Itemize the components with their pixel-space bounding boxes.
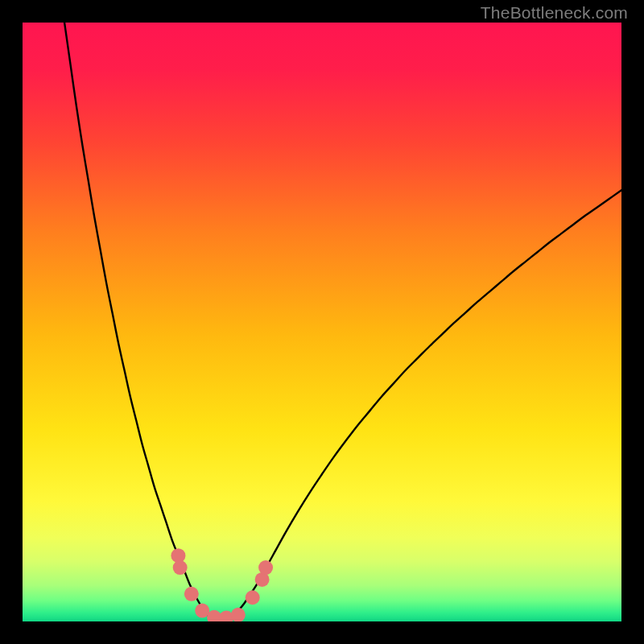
curve-overlay xyxy=(23,23,621,621)
valley-markers xyxy=(171,548,273,621)
chart-stage: TheBottleneck.com xyxy=(0,0,644,644)
bottleneck-curve xyxy=(64,23,621,621)
valley-marker xyxy=(184,587,199,601)
valley-marker xyxy=(258,560,273,575)
plot-area xyxy=(23,23,621,621)
valley-marker xyxy=(173,560,188,575)
valley-marker xyxy=(231,608,246,621)
valley-marker xyxy=(246,590,260,605)
source-watermark: TheBottleneck.com xyxy=(481,3,628,23)
